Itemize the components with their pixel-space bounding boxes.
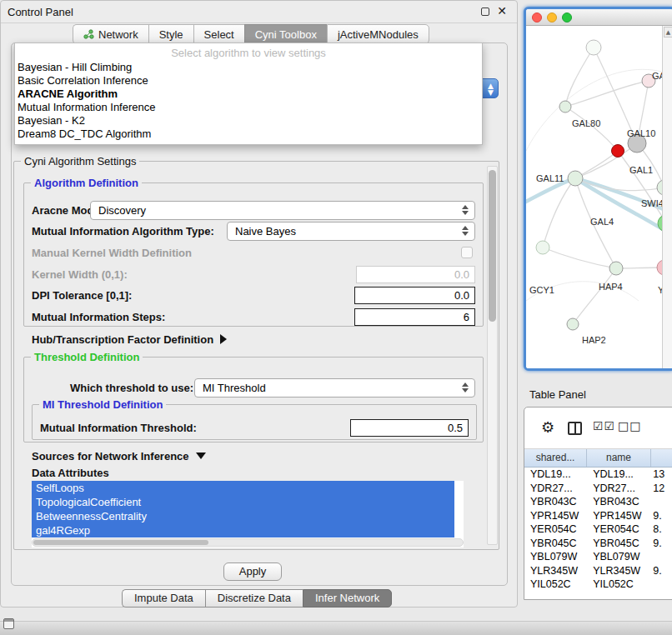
tab-style-label: Style — [159, 28, 183, 41]
settings-scrollbar[interactable] — [487, 166, 498, 545]
which-threshold-value: MI Threshold — [203, 382, 266, 394]
algorithm-option[interactable]: Mutual Information Inference — [15, 101, 482, 114]
data-attributes-label: Data Attributes — [32, 467, 109, 479]
gear-icon[interactable]: ⚙ — [541, 418, 554, 436]
tab-infer-network[interactable]: Infer Network — [303, 589, 392, 608]
table-row[interactable]: YER054CYER054C8. — [524, 522, 672, 537]
dropdown-placeholder[interactable]: Select algorithm to view settings — [15, 46, 482, 61]
tab-cyni-toolbox[interactable]: Cyni Toolbox — [244, 24, 327, 44]
dpi-tolerance-field[interactable]: 0.0 — [354, 287, 475, 304]
mi-steps-field[interactable]: 6 — [354, 308, 475, 326]
table-row[interactable]: YBL079WYBL079W — [524, 550, 672, 564]
tab-jactivemodules[interactable]: jActiveMNodules — [327, 24, 429, 44]
columns-icon[interactable] — [568, 422, 582, 435]
tab-select[interactable]: Select — [193, 24, 244, 44]
table-row[interactable]: YBR043CYBR043C — [524, 495, 672, 509]
attributes-hscrollbar-thumb[interactable] — [33, 540, 208, 545]
desktop: Control Panel ✕ Network Style Select — [0, 0, 672, 635]
checked-boxes-icon[interactable]: ☑☑ — [593, 419, 615, 432]
table-panel-window: ⚙ ☑☑ □□ shared... name YDL19...YDL19...1… — [524, 407, 672, 600]
network-icon — [83, 29, 94, 39]
cyni-mode-tabs: Impute Data Discretize Data Infer Networ… — [122, 589, 392, 608]
manual-kernel-label: Manual Kernel Width Definition — [32, 247, 192, 259]
control-panel-titlebar[interactable]: Control Panel ✕ — [1, 1, 517, 23]
data-attributes-list[interactable]: SelfLoops TopologicalCoefficient Between… — [32, 481, 464, 548]
collapse-right-arrow-icon — [220, 334, 227, 344]
mi-threshold-value: 0.5 — [448, 422, 463, 434]
table-row[interactable]: YDR27...YDR27...12 — [524, 482, 672, 496]
svg-text:GAL10: GAL10 — [627, 128, 655, 138]
network-node[interactable] — [536, 241, 549, 254]
which-threshold-select[interactable]: MI Threshold — [194, 378, 475, 398]
close-icon[interactable]: ✕ — [497, 4, 507, 18]
column-header-extra[interactable] — [651, 449, 672, 467]
network-node[interactable] — [567, 318, 579, 330]
float-window-icon[interactable] — [481, 8, 489, 16]
network-node[interactable] — [586, 40, 601, 55]
settings-scrollbar-thumb[interactable] — [489, 170, 496, 322]
svg-text:GAL80: GAL80 — [572, 118, 600, 128]
table-row[interactable]: YPR145WYPR145W9. — [524, 509, 672, 523]
attribute-item[interactable]: TopologicalCoefficient — [32, 495, 454, 509]
network-node-gal10[interactable] — [612, 145, 624, 158]
tab-network[interactable]: Network — [73, 24, 148, 44]
table-row[interactable]: YIL052CYIL052C — [524, 578, 672, 592]
algorithm-option[interactable]: Bayesian - Hill Climbing — [15, 61, 482, 74]
svg-text:GCY1: GCY1 — [529, 285, 554, 295]
attribute-item[interactable]: SelfLoops — [32, 481, 454, 495]
algorithm-dropdown-popup: Select algorithm to view settings Bayesi… — [14, 42, 483, 145]
sources-section-toggle[interactable]: Sources for Network Inference — [32, 450, 206, 462]
dpi-tolerance-value: 0.0 — [454, 289, 469, 302]
network-node[interactable] — [568, 171, 583, 186]
algorithm-option[interactable]: Basic Correlation Inference — [15, 74, 482, 88]
unchecked-boxes-icon[interactable]: □□ — [618, 419, 641, 432]
attribute-item[interactable]: gal4RGexp — [32, 523, 454, 538]
svg-text:GAL1: GAL1 — [629, 165, 653, 175]
combo-arrows-icon — [462, 382, 469, 392]
aracne-mode-select[interactable]: Discovery — [90, 201, 475, 220]
apply-button[interactable]: Apply — [223, 562, 282, 581]
network-node[interactable] — [609, 262, 623, 275]
column-header-name[interactable]: name — [587, 449, 651, 467]
minimize-traffic-light[interactable] — [547, 12, 557, 22]
scroll-up-arrow-icon[interactable]: ▲ — [664, 27, 672, 38]
column-header-shared[interactable]: shared... — [524, 449, 587, 467]
close-traffic-light[interactable] — [532, 12, 542, 22]
algorithm-definition-title: Algorithm Definition — [31, 177, 142, 189]
tab-impute-data[interactable]: Impute Data — [122, 589, 205, 608]
algorithm-option-selected[interactable]: ARACNE Algorithm — [15, 88, 482, 101]
mi-threshold-label: Mutual Information Threshold: — [40, 422, 197, 434]
mi-threshold-field[interactable]: 0.5 — [350, 419, 469, 437]
network-node[interactable] — [559, 101, 571, 112]
table-header: shared... name — [524, 449, 672, 468]
table-row[interactable]: YBR045CYBR045C9. — [524, 537, 672, 551]
kernel-width-value: 0.0 — [454, 268, 469, 281]
threshold-definition-title: Threshold Definition — [31, 351, 143, 363]
algorithm-option[interactable]: Bayesian - K2 — [15, 114, 482, 128]
manual-kernel-checkbox[interactable] — [461, 247, 473, 258]
mi-steps-label: Mutual Information Steps: — [32, 311, 165, 323]
kernel-width-label: Kernel Width (0,1): — [32, 268, 128, 281]
kernel-width-field[interactable]: 0.0 — [356, 266, 475, 283]
attribute-item[interactable]: BetweennessCentrality — [32, 509, 454, 523]
minimized-panel-icon[interactable] — [3, 618, 14, 629]
mi-steps-value: 6 — [464, 311, 469, 323]
hub-section-toggle[interactable]: Hub/Transcription Factor Definition — [32, 333, 227, 346]
panel-title: Control Panel — [8, 6, 73, 18]
network-window-titlebar[interactable] — [526, 9, 672, 26]
network-view-window: GAL GAL80 GAL10 GAL11 GAL1 SWI4 GAL4 GCY… — [524, 7, 672, 371]
hub-section-label: Hub/Transcription Factor Definition — [32, 333, 213, 346]
network-canvas[interactable]: GAL GAL80 GAL10 GAL11 GAL1 SWI4 GAL4 GCY… — [526, 26, 662, 368]
mi-type-label: Mutual Information Algorithm Type: — [32, 225, 214, 238]
table-row[interactable]: YDL19...YDL19...13 — [524, 468, 672, 482]
network-vscrollbar[interactable]: ▲ — [662, 26, 672, 368]
tab-network-label: Network — [98, 28, 138, 41]
algorithm-option[interactable]: Dream8 DC_TDC Algorithm — [15, 128, 482, 141]
table-row[interactable]: YLR345WYLR345W9. — [524, 564, 672, 578]
tab-style[interactable]: Style — [148, 24, 193, 44]
mi-type-select[interactable]: Naive Bayes — [227, 222, 475, 241]
tab-discretize-data[interactable]: Discretize Data — [205, 589, 303, 608]
zoom-traffic-light[interactable] — [562, 12, 572, 22]
combo-arrows-icon — [462, 226, 469, 236]
attributes-hscrollbar[interactable] — [32, 538, 464, 547]
